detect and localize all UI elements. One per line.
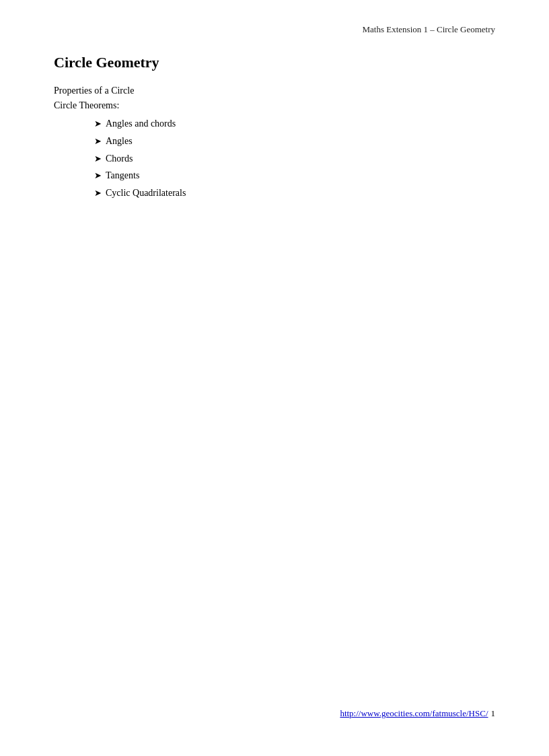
arrow-icon: ➤ xyxy=(94,116,102,132)
toc-line1: Properties of a Circle xyxy=(54,83,495,98)
toc-list: ➤ Angles and chords ➤ Angles ➤ Chords ➤ … xyxy=(94,115,495,202)
toc-line2: Circle Theorems: xyxy=(54,98,495,113)
header-right-text: Maths Extension 1 – Circle Geometry xyxy=(363,24,496,35)
footer: http://www.geocities.com/fatmuscle/HSC/ … xyxy=(340,708,495,719)
list-item: ➤ Tangents xyxy=(94,167,495,184)
arrow-icon: ➤ xyxy=(94,133,102,149)
list-item: ➤ Chords xyxy=(94,150,495,168)
document-page: Maths Extension 1 – Circle Geometry Circ… xyxy=(0,0,549,756)
arrow-icon: ➤ xyxy=(94,185,102,201)
list-item: ➤ Angles xyxy=(94,133,495,150)
page-title: Circle Geometry xyxy=(54,54,495,71)
arrow-icon: ➤ xyxy=(94,168,102,184)
list-item: ➤ Cyclic Quadrilaterals xyxy=(94,184,495,202)
footer-link[interactable]: http://www.geocities.com/fatmuscle/HSC/ xyxy=(340,708,488,719)
arrow-icon: ➤ xyxy=(94,151,102,167)
list-item: ➤ Angles and chords xyxy=(94,115,495,133)
page-number: 1 xyxy=(491,708,496,719)
